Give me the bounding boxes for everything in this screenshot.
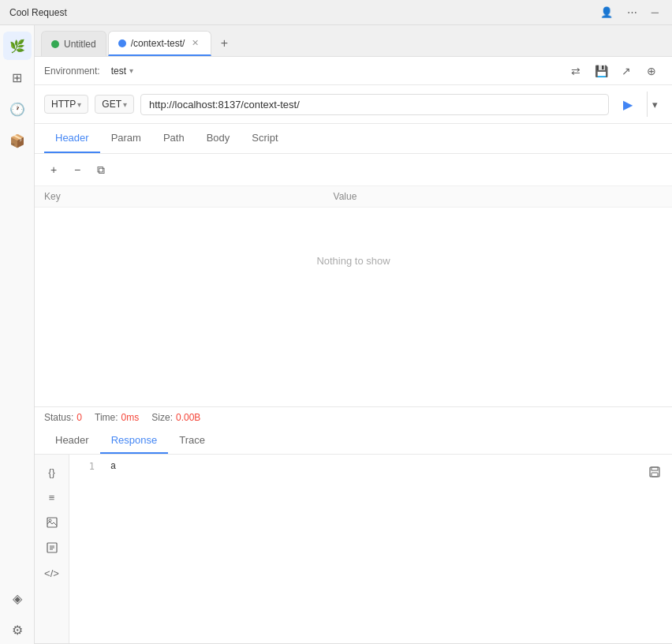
time-item: Time: 0ms — [95, 412, 139, 423]
url-input[interactable] — [140, 94, 609, 115]
sidebar-icon-settings[interactable]: ⚙ — [3, 616, 32, 644]
tab-close-context[interactable]: ✕ — [189, 37, 201, 49]
method-value: GET — [102, 99, 121, 110]
size-item: Size: 0.00B — [151, 412, 200, 423]
resp-tab-trace[interactable]: Trace — [168, 428, 216, 454]
env-sync-button[interactable]: ⇄ — [565, 60, 587, 82]
env-export-button[interactable]: ↗ — [615, 60, 637, 82]
header-remove-button[interactable]: − — [68, 160, 87, 179]
window-controls: 👤 ⋯ ─ — [596, 5, 663, 20]
resp-code-icon[interactable]: </> — [41, 562, 63, 584]
sidebar-icon-clock[interactable]: 🕐 — [3, 95, 32, 123]
response-content: 1 a — [69, 455, 672, 643]
method-chevron-icon: ▾ — [123, 100, 127, 109]
url-bar: HTTP ▾ GET ▾ ▶ ▾ — [35, 85, 672, 124]
header-add-button[interactable]: + — [44, 160, 63, 179]
tab-untitled[interactable]: Untitled — [41, 31, 106, 56]
protocol-selector[interactable]: HTTP ▾ — [44, 95, 88, 114]
code-content: a — [76, 461, 666, 472]
menu-icon[interactable]: ⋯ — [623, 5, 641, 20]
tabs-bar: Untitled /context-test/ ✕ + — [35, 25, 672, 57]
status-bar: Status: 0 Time: 0ms Size: 0.00B — [35, 406, 672, 428]
header-actions: + − ⧉ — [35, 154, 672, 186]
protocol-chevron-icon: ▾ — [77, 100, 81, 109]
save-response-button[interactable] — [644, 461, 666, 483]
sidebar-icon-plugin[interactable]: ◈ — [3, 584, 32, 612]
response-tabs: Header Response Trace — [35, 428, 672, 455]
tab-label-untitled: Untitled — [64, 39, 96, 50]
tab-dot-context — [118, 39, 126, 47]
send-dropdown-button[interactable]: ▾ — [647, 92, 663, 117]
app-title: Cool Request — [9, 7, 67, 18]
header-col-value: Value — [324, 186, 672, 208]
minimize-icon[interactable]: ─ — [648, 5, 663, 20]
request-tabs: Header Param Path Body Script — [35, 124, 672, 154]
empty-message: Nothing to show — [35, 208, 672, 314]
title-bar: Cool Request 👤 ⋯ ─ — [0, 0, 672, 25]
main-content: Untitled /context-test/ ✕ + Environment:… — [35, 25, 672, 644]
header-table: Key Value — [35, 186, 672, 208]
tab-add-button[interactable]: + — [213, 32, 235, 54]
resp-json-icon[interactable]: {} — [41, 461, 63, 483]
header-col-key: Key — [35, 186, 324, 208]
tab-context-test[interactable]: /context-test/ ✕ — [108, 31, 212, 56]
status-label: Status: — [44, 412, 73, 423]
tab-dot-untitled — [51, 40, 59, 48]
resp-text-icon[interactable]: ≡ — [41, 486, 63, 508]
sidebar-icon-leaf[interactable]: 🌿 — [3, 32, 32, 60]
send-button[interactable]: ▶ — [615, 92, 640, 117]
req-tab-header[interactable]: Header — [44, 124, 100, 153]
sidebar: 🌿 ⊞ 🕐 📦 ◈ ⚙ — [0, 25, 35, 644]
header-copy-button[interactable]: ⧉ — [91, 160, 110, 179]
protocol-value: HTTP — [51, 99, 76, 110]
env-add-button[interactable]: ⊕ — [640, 60, 663, 82]
svg-point-1 — [49, 519, 51, 522]
method-selector[interactable]: GET ▾ — [95, 95, 134, 114]
env-save-button[interactable]: 💾 — [590, 60, 612, 82]
environment-selector[interactable]: test ▾ — [106, 64, 138, 78]
time-label: Time: — [95, 412, 118, 423]
req-tab-param[interactable]: Param — [100, 124, 152, 153]
response-sidebar: {} ≡ </> — [35, 455, 69, 643]
status-item: Status: 0 — [44, 412, 82, 423]
resp-html-icon[interactable] — [41, 537, 63, 559]
req-tab-body[interactable]: Body — [196, 124, 241, 153]
size-value: 0.00B — [176, 412, 200, 423]
req-tab-path[interactable]: Path — [152, 124, 196, 153]
response-area: {} ≡ </> 1 — [35, 455, 672, 644]
env-chevron-icon: ▾ — [129, 66, 133, 75]
time-value: 0ms — [121, 412, 140, 423]
resp-tab-header[interactable]: Header — [44, 428, 100, 454]
svg-rect-5 — [651, 473, 658, 477]
environment-value: test — [111, 66, 126, 77]
environment-bar: Environment: test ▾ ⇄ 💾 ↗ ⊕ — [35, 57, 672, 85]
sidebar-icon-box[interactable]: 📦 — [3, 126, 32, 155]
environment-label: Environment: — [44, 66, 100, 77]
env-actions: ⇄ 💾 ↗ ⊕ — [565, 60, 663, 82]
user-icon[interactable]: 👤 — [596, 5, 617, 20]
resp-image-icon[interactable] — [41, 511, 63, 534]
resp-tab-response[interactable]: Response — [100, 428, 169, 454]
header-editor: + − ⧉ Key Value Nothing to show — [35, 154, 672, 406]
line-numbers: 1 — [69, 461, 101, 472]
sidebar-icon-grid[interactable]: ⊞ — [3, 63, 32, 92]
size-label: Size: — [151, 412, 173, 423]
req-tab-script[interactable]: Script — [241, 124, 289, 153]
status-value: 0 — [77, 412, 82, 423]
tab-label-context: /context-test/ — [131, 38, 185, 49]
